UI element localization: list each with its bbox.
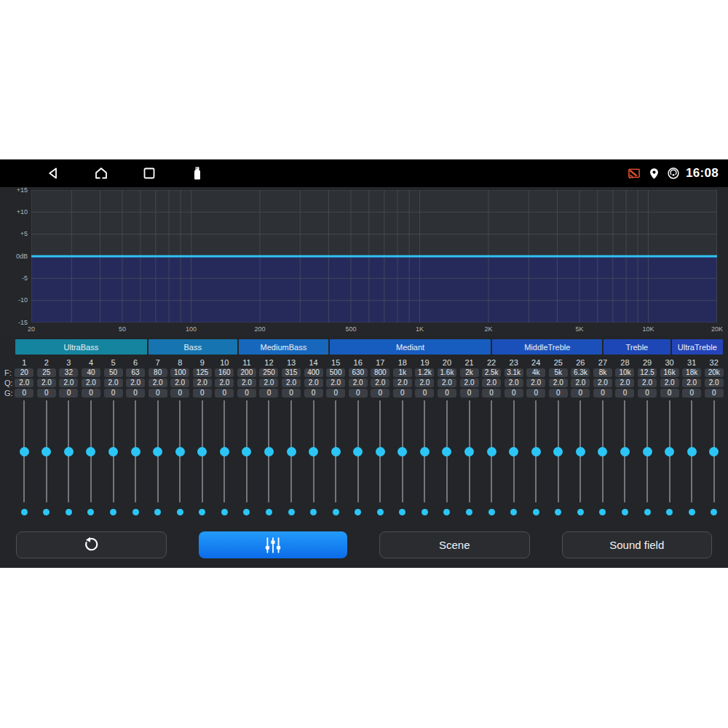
slider-knob[interactable]: [397, 447, 407, 456]
gain-slider[interactable]: [236, 400, 258, 502]
slider-knob[interactable]: [197, 447, 207, 456]
gain-slider[interactable]: [658, 400, 681, 502]
q-value: 2.0: [82, 379, 100, 387]
gain-slider[interactable]: [436, 400, 459, 502]
slider-knob[interactable]: [353, 447, 363, 456]
slider-base-dot-cell: [191, 508, 214, 515]
gain-slider[interactable]: [614, 400, 636, 502]
gain-slider[interactable]: [392, 400, 414, 502]
slider-knob[interactable]: [442, 447, 451, 456]
gain-slider[interactable]: [302, 400, 325, 502]
q-value-cell: 2.0: [258, 379, 280, 387]
slider-knob[interactable]: [643, 447, 652, 456]
slider-knob[interactable]: [331, 447, 341, 456]
gain-slider[interactable]: [458, 400, 480, 502]
slider-knob[interactable]: [309, 447, 318, 456]
slider-knob[interactable]: [620, 447, 630, 456]
gain-slider[interactable]: [191, 400, 214, 502]
gain-slider[interactable]: [569, 400, 592, 502]
slider-knob[interactable]: [598, 447, 607, 456]
q-value: 2.0: [460, 379, 479, 387]
gain-slider[interactable]: [547, 400, 570, 502]
gain-value-cell: 0: [414, 389, 436, 397]
gain-slider[interactable]: [636, 400, 659, 502]
slider-knob[interactable]: [553, 447, 563, 456]
gain-slider[interactable]: [525, 400, 547, 502]
slider-base-dot: [355, 509, 361, 515]
gain-value: 0: [438, 389, 456, 397]
frequency-value: 10k: [615, 368, 634, 377]
q-value-cell: 2.0: [392, 379, 414, 387]
slider-knob[interactable]: [153, 447, 162, 456]
slider-knob[interactable]: [131, 447, 141, 456]
gain-slider[interactable]: [681, 400, 703, 502]
frequency-value: 1k: [393, 368, 412, 377]
slider-base-dot-cell: [102, 508, 124, 515]
gain-slider[interactable]: [592, 400, 614, 502]
gain-slider[interactable]: [369, 400, 392, 502]
channel-number: 5: [102, 357, 124, 368]
reset-button[interactable]: [16, 531, 167, 558]
slider-knob[interactable]: [709, 447, 719, 456]
slider-base-dot: [666, 509, 673, 515]
slider-knob[interactable]: [242, 447, 251, 456]
channel-number: 22: [480, 357, 503, 368]
frequency-value: 80: [149, 368, 167, 377]
slider-base-dot: [110, 509, 116, 515]
q-value: 2.0: [638, 379, 657, 387]
slider-base-dot-cell: [392, 508, 414, 515]
slider-knob[interactable]: [86, 447, 95, 456]
slider-knob[interactable]: [464, 447, 474, 456]
slider-knob[interactable]: [264, 447, 274, 456]
gain-slider[interactable]: [258, 400, 280, 502]
gain-slider[interactable]: [347, 400, 369, 502]
slider-knob[interactable]: [108, 447, 118, 456]
slider-knob[interactable]: [665, 447, 674, 456]
slider-knob[interactable]: [20, 447, 29, 456]
slider-base-dot: [21, 509, 28, 515]
slider-knob[interactable]: [576, 447, 585, 456]
gain-slider[interactable]: [80, 400, 103, 502]
slider-base-dot-cell: [636, 508, 659, 515]
gain-value: 0: [393, 389, 412, 397]
gain-slider[interactable]: [480, 400, 503, 502]
q-value: 2.0: [126, 379, 145, 387]
gain-slider[interactable]: [146, 400, 169, 502]
slider-knob[interactable]: [420, 447, 430, 456]
slider-knob[interactable]: [509, 447, 518, 456]
gain-slider[interactable]: [58, 400, 80, 502]
gain-slider[interactable]: [169, 400, 191, 502]
recents-icon[interactable]: [141, 165, 157, 181]
gain-slider[interactable]: [102, 400, 124, 502]
slider-knob[interactable]: [64, 447, 74, 456]
home-icon[interactable]: [93, 165, 109, 181]
equalizer-button[interactable]: [199, 531, 348, 558]
slider-base-dot: [599, 509, 606, 515]
slider-knob[interactable]: [41, 447, 51, 456]
slider-knob[interactable]: [687, 447, 697, 456]
gain-slider[interactable]: [13, 400, 36, 502]
slider-knob[interactable]: [376, 447, 385, 456]
slider-knob[interactable]: [220, 447, 229, 456]
q-value: 2.0: [326, 379, 345, 387]
gain-slider[interactable]: [325, 400, 347, 502]
slider-knob[interactable]: [175, 447, 185, 456]
gain-slider[interactable]: [213, 400, 236, 502]
gain-slider[interactable]: [502, 400, 525, 502]
gain-slider[interactable]: [703, 400, 725, 502]
sound-field-button[interactable]: Sound field: [562, 531, 713, 558]
scene-button[interactable]: Scene: [379, 531, 530, 558]
frequency-value-cell: 2.5k: [480, 368, 503, 377]
back-icon[interactable]: [45, 165, 61, 181]
slider-knob[interactable]: [287, 447, 296, 456]
slider-knob[interactable]: [531, 447, 541, 456]
gain-slider[interactable]: [124, 400, 147, 502]
frequency-value-cell: 40: [80, 368, 103, 377]
gain-slider[interactable]: [280, 400, 303, 502]
gain-value: 0: [571, 389, 590, 397]
gain-slider[interactable]: [36, 400, 58, 502]
slider-knob[interactable]: [487, 447, 496, 456]
band-label-text: Mediant: [396, 343, 424, 352]
slider-base-dot-cell: [325, 508, 347, 515]
gain-slider[interactable]: [414, 400, 436, 502]
